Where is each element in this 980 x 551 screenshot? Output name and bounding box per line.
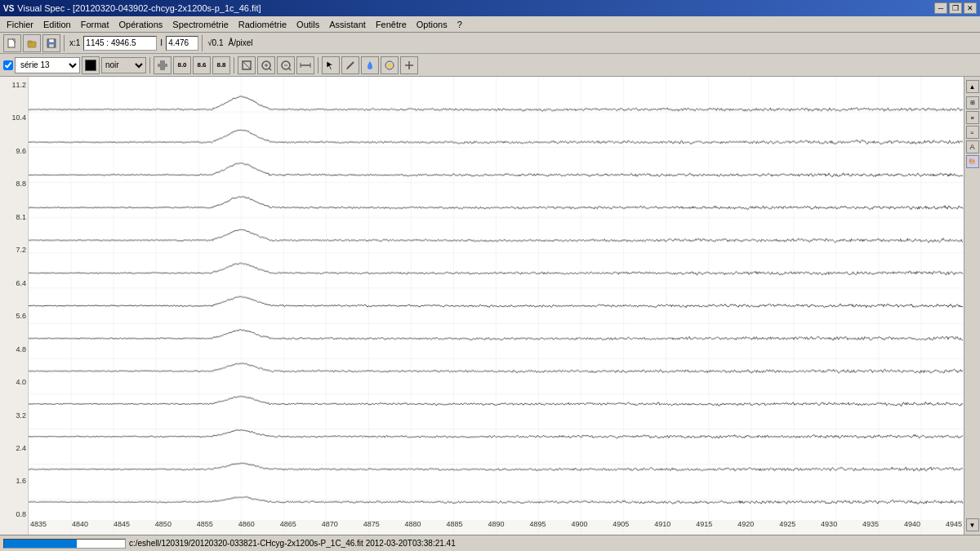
svg-line-17 [289, 69, 291, 70]
y-label-3_2: 3.2 [2, 411, 26, 420]
y-label-6_4: 6.4 [2, 279, 26, 287]
measure-btn[interactable] [296, 56, 314, 74]
separator3 [149, 57, 150, 73]
menu-outils[interactable]: Outils [292, 18, 324, 31]
title-bar-controls: ─ ❐ ✕ [934, 2, 977, 14]
svg-marker-21 [327, 61, 333, 70]
separator5 [318, 57, 318, 73]
step-unit-label: Å/pixel [227, 38, 255, 47]
y-label-1_6: 1.6 [2, 477, 26, 485]
separator1 [64, 35, 65, 51]
right-btn-5[interactable]: 🎨 [966, 155, 979, 168]
plus-btn[interactable] [400, 56, 418, 74]
title-bar-left: VS Visual Spec - [20120320-043902-chcyg-… [3, 3, 261, 13]
zoom-fit-btn[interactable] [238, 56, 256, 74]
status-progress [3, 539, 126, 549]
separator2 [202, 35, 203, 51]
color-select[interactable]: noir [101, 57, 146, 73]
svg-line-22 [347, 62, 354, 69]
right-btn-3[interactable]: ≈ [966, 126, 979, 139]
coords-input[interactable] [83, 36, 157, 51]
menu-spectrometrie[interactable]: Spectrométrie [167, 18, 233, 31]
close-button[interactable]: ✕ [964, 2, 977, 14]
status-text: c:/eshell/120319/20120320-033821-CHcyg-2… [129, 539, 456, 548]
intensity-label: I [158, 38, 164, 47]
new-button[interactable] [3, 34, 21, 52]
minimize-button[interactable]: ─ [934, 2, 947, 14]
menu-assistant[interactable]: Assistant [324, 18, 371, 31]
zoom-label: x:1 [68, 38, 82, 47]
zoom-out-btn[interactable] [277, 56, 295, 74]
y-axis: 11.2 10.4 9.6 8.8 8.1 7.2 6.4 5.6 4.8 4.… [0, 77, 29, 535]
y-label-7_2: 7.2 [2, 246, 26, 254]
chart-container: 11.2 10.4 9.6 8.8 8.1 7.2 6.4 5.6 4.8 4.… [0, 77, 980, 535]
menu-operations[interactable]: Opérations [114, 18, 168, 31]
series-checkbox[interactable] [3, 60, 13, 70]
toolbar1: x:1 I √0.1 Å/pixel [0, 33, 980, 54]
series-select[interactable]: série 13 [15, 57, 80, 73]
y-label-2_4: 2.4 [2, 444, 26, 452]
tool-btn-2[interactable]: 8.0 [173, 56, 191, 74]
status-progress-fill [4, 540, 77, 548]
svg-rect-5 [49, 39, 54, 42]
menu-format[interactable]: Format [76, 18, 114, 31]
menu-fichier[interactable]: Fichier [2, 18, 38, 31]
y-label-0_8: 0.8 [2, 510, 26, 518]
y-label-11_2: 11.2 [2, 81, 26, 89]
y-label-10_4: 10.4 [2, 113, 26, 122]
pencil-btn[interactable] [341, 56, 359, 74]
toolbar2: série 13 noir 8.0 8.6 8.8 [0, 54, 980, 77]
y-label-8_8: 8.8 [2, 180, 26, 188]
color-picker-area: noir [82, 56, 146, 74]
y-label-4_0: 4.0 [2, 378, 26, 386]
scroll-down-btn[interactable]: ▼ [966, 518, 979, 531]
menu-radiometrie[interactable]: Radiométrie [234, 18, 292, 31]
title-text: Visual Spec - [20120320-043902-chcyg-2x1… [17, 3, 261, 13]
right-panel: ▲ ⊞ ≡ ≈ A 🎨 ▼ [964, 77, 980, 535]
menu-help[interactable]: ? [452, 18, 467, 31]
step-label: √0.1 [206, 38, 225, 47]
water-btn[interactable] [361, 56, 379, 74]
cursor-btn[interactable] [322, 56, 340, 74]
scroll-up-btn[interactable]: ▲ [966, 80, 979, 93]
right-btn-2[interactable]: ≡ [966, 111, 979, 124]
star-btn[interactable] [381, 56, 399, 74]
tool-btn-3[interactable]: 8.6 [193, 56, 211, 74]
y-label-5_6: 5.6 [2, 312, 26, 320]
tool-btn-4[interactable]: 8.8 [212, 56, 230, 74]
y-label-4_8: 4.8 [2, 345, 26, 353]
intensity-input[interactable] [166, 36, 198, 51]
svg-line-10 [243, 61, 251, 69]
svg-rect-6 [49, 44, 54, 47]
app-icon: VS [3, 4, 14, 13]
menu-bar: Fichier Edition Format Opérations Spectr… [0, 16, 980, 33]
svg-line-14 [270, 69, 271, 70]
chart-main[interactable]: 4835 4840 4845 4850 4855 4860 4865 4870 … [29, 77, 964, 535]
restore-button[interactable]: ❐ [949, 2, 962, 14]
right-btn-1[interactable]: ⊞ [966, 96, 979, 109]
title-bar: VS Visual Spec - [20120320-043902-chcyg-… [0, 0, 980, 16]
menu-options[interactable]: Options [412, 18, 452, 31]
color-icon-btn[interactable] [82, 56, 100, 74]
y-label-9_6: 9.6 [2, 147, 26, 155]
zoom-in-btn[interactable] [257, 56, 275, 74]
save-button[interactable] [42, 34, 60, 52]
status-bar: c:/eshell/120319/20120320-033821-CHcyg-2… [0, 535, 980, 551]
menu-edition[interactable]: Edition [38, 18, 76, 31]
svg-point-25 [388, 64, 391, 67]
x-axis: 4835 4840 4845 4850 4855 4860 4865 4870 … [29, 520, 964, 535]
separator4 [234, 57, 234, 73]
menu-fenetre[interactable]: Fenêtre [371, 18, 412, 31]
svg-rect-8 [160, 60, 165, 70]
spectrum-chart[interactable] [29, 77, 964, 535]
svg-rect-3 [28, 41, 32, 42]
tool-btn-1[interactable] [154, 56, 172, 74]
y-label-8_1: 8.1 [2, 213, 26, 221]
right-btn-4[interactable]: A [966, 140, 979, 153]
open-button[interactable] [23, 34, 41, 52]
